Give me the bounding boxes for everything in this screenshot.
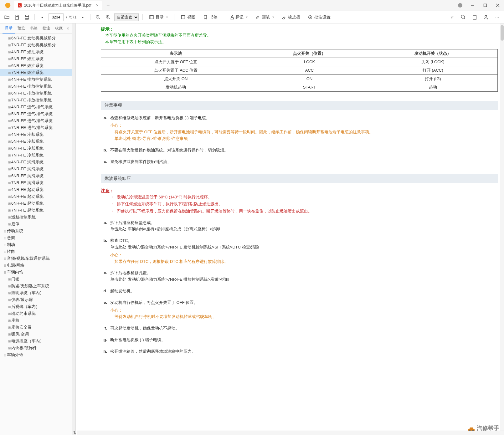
outline-item[interactable]: ⊞4NR-FE 燃油系统 bbox=[0, 49, 72, 55]
scrollbar[interactable] bbox=[500, 23, 504, 435]
outline-item[interactable]: ⊞4NR-FE 排放控制系统 bbox=[0, 76, 72, 83]
sidebar-tab-bookmark[interactable]: 书签 bbox=[28, 23, 40, 33]
outline-item[interactable]: ⊞座椅 bbox=[0, 317, 72, 324]
step-link[interactable]: 单击此处 发动机/混合动力系统>7NR-FE 排放控制系统>炭罐>拆卸 bbox=[110, 276, 498, 283]
outline-item[interactable]: ⊞音频/视频/车载通信系统 bbox=[0, 255, 72, 262]
outline-item[interactable]: ⊞座椅安全带 bbox=[0, 324, 72, 331]
expand-icon[interactable]: ⊞ bbox=[8, 78, 11, 81]
outline-tree[interactable]: ⊞6NR-FE 发动机机械部分⊞7NR-FE 发动机机械部分⊞4NR-FE 燃油… bbox=[0, 33, 72, 435]
expand-icon[interactable]: ⊞ bbox=[8, 333, 11, 336]
outline-item[interactable]: ⊞防盗/无钥匙上车系统 bbox=[0, 283, 72, 289]
page-number-input[interactable] bbox=[49, 13, 64, 21]
print-icon[interactable] bbox=[23, 13, 31, 21]
minimize-button[interactable] bbox=[466, 0, 479, 11]
expand-icon[interactable]: ⊞ bbox=[8, 44, 11, 47]
bookmark-button[interactable]: 书签 bbox=[200, 13, 220, 22]
outline-item[interactable]: ⊞车辆外饰 bbox=[0, 351, 72, 358]
expand-icon[interactable]: ⊞ bbox=[8, 64, 11, 68]
sidebar-tab-preview[interactable]: 预览 bbox=[15, 23, 28, 33]
outline-item[interactable]: ⊞6NR-FE 进气/排气系统 bbox=[0, 117, 72, 124]
outline-item[interactable]: ⊞门锁 bbox=[0, 276, 72, 283]
outline-item[interactable]: ⊞5NR-FE 冷却系统 bbox=[0, 138, 72, 145]
star-icon[interactable]: ☆ bbox=[448, 13, 456, 21]
expand-icon[interactable]: ⊞ bbox=[8, 181, 11, 185]
expand-icon[interactable]: ⊞ bbox=[3, 250, 7, 253]
outline-item[interactable]: ⊞5NR-FE 进气/排气系统 bbox=[0, 110, 72, 117]
outline-item[interactable]: ⊞7NR-FE 排放控制系统 bbox=[0, 97, 72, 104]
outline-item[interactable]: ⊞暖风/空调 bbox=[0, 331, 72, 338]
sidebar-close-icon[interactable]: × bbox=[67, 26, 69, 31]
view-button[interactable]: 视图 bbox=[178, 13, 198, 22]
close-button[interactable] bbox=[491, 0, 504, 11]
zoom-mode-select[interactable]: 自适应宽 bbox=[114, 13, 139, 21]
expand-icon[interactable]: ⊞ bbox=[8, 326, 11, 329]
expand-icon[interactable]: ⊞ bbox=[8, 147, 11, 150]
outline-item[interactable]: ⊞7NR-FE 发动机机械部分 bbox=[0, 42, 72, 49]
outline-item[interactable]: ⊞转向 bbox=[0, 248, 72, 255]
outline-item[interactable]: ⊞悬架 bbox=[0, 234, 72, 241]
clipboard-icon[interactable] bbox=[471, 13, 478, 21]
zoom-in-icon[interactable] bbox=[104, 13, 112, 21]
outline-item[interactable]: ⊞辅助约束系统 bbox=[0, 310, 72, 317]
expand-icon[interactable]: ⊟ bbox=[3, 271, 7, 274]
expand-icon[interactable]: ⊞ bbox=[8, 291, 11, 295]
search-icon[interactable] bbox=[460, 13, 467, 21]
expand-icon[interactable]: ⊞ bbox=[8, 119, 11, 123]
sidebar-tab-outline[interactable]: 目录 bbox=[3, 23, 15, 33]
expand-icon[interactable]: ⊞ bbox=[8, 99, 11, 102]
new-tab-button[interactable]: + bbox=[106, 2, 110, 9]
tab-close-icon[interactable]: × bbox=[96, 3, 99, 8]
expand-icon[interactable]: ⊞ bbox=[8, 126, 11, 130]
outline-item[interactable]: ⊞后视镜（车内） bbox=[0, 303, 72, 310]
caution-link[interactable]: 单击此处 概述>导言>维修说明>注意事项 bbox=[115, 136, 498, 142]
badge-icon[interactable] bbox=[454, 0, 466, 11]
outline-item[interactable]: ⊞7NR-FE 燃油系统 bbox=[0, 69, 72, 76]
expand-icon[interactable]: ⊞ bbox=[8, 188, 11, 192]
outline-item[interactable]: ⊞传动系统 bbox=[0, 228, 72, 234]
expand-icon[interactable]: ⊞ bbox=[8, 298, 11, 302]
expand-icon[interactable]: ⊞ bbox=[8, 71, 11, 74]
expand-icon[interactable]: ⊞ bbox=[8, 37, 11, 40]
outline-item[interactable]: ⊞电源/网络 bbox=[0, 262, 72, 269]
maximize-button[interactable] bbox=[479, 0, 491, 11]
outline-button[interactable]: 目录 bbox=[147, 13, 170, 22]
expand-icon[interactable]: ⊞ bbox=[3, 264, 7, 267]
expand-icon[interactable]: ⊞ bbox=[8, 312, 11, 315]
expand-icon[interactable]: ⊞ bbox=[8, 133, 11, 136]
expand-icon[interactable]: ⊞ bbox=[8, 112, 11, 116]
outline-item[interactable]: ⊞巡航控制系统 bbox=[0, 214, 72, 221]
sidebar-gutter[interactable]: ◂ bbox=[72, 23, 76, 435]
expand-icon[interactable]: ⊞ bbox=[3, 229, 7, 233]
user-icon[interactable] bbox=[482, 13, 490, 21]
expand-bottom-icon[interactable]: ▸ bbox=[74, 431, 76, 435]
expand-icon[interactable]: ⊞ bbox=[8, 223, 11, 226]
expand-icon[interactable]: ⊞ bbox=[8, 209, 11, 212]
expand-icon[interactable]: ⊞ bbox=[8, 154, 11, 157]
expand-icon[interactable]: ⊞ bbox=[8, 167, 11, 171]
outline-item[interactable]: ⊞7NR-FE 进气/排气系统 bbox=[0, 124, 72, 131]
expand-icon[interactable]: ⊞ bbox=[8, 216, 11, 219]
expand-icon[interactable]: ⊞ bbox=[8, 195, 11, 198]
mark-button[interactable]: A标记 bbox=[228, 13, 250, 22]
document-tab[interactable]: 人 2016年丰田威驰雅力士致炫维修手册.pdf × bbox=[14, 1, 102, 10]
expand-icon[interactable]: ⊞ bbox=[8, 202, 11, 205]
expand-icon[interactable]: ⊞ bbox=[3, 236, 7, 240]
prev-page-icon[interactable]: ◂ bbox=[39, 13, 46, 21]
outline-item[interactable]: ⊞仪表/显示屏 bbox=[0, 296, 72, 303]
expand-icon[interactable]: ⊞ bbox=[8, 85, 11, 88]
step-link[interactable]: 单击此处 车辆内饰>座椅>后排座椅总成（分离式座椅）>拆卸 bbox=[110, 226, 498, 233]
outline-item[interactable]: ⊞内饰板/装饰件 bbox=[0, 345, 72, 351]
expand-icon[interactable]: ⊞ bbox=[8, 105, 11, 109]
outline-item[interactable]: ⊞7NR-FE 冷却系统 bbox=[0, 152, 72, 159]
outline-item[interactable]: ⊞6NR-FE 燃油系统 bbox=[0, 62, 72, 69]
outline-item[interactable]: ⊞6NR-FE 排放控制系统 bbox=[0, 90, 72, 97]
expand-icon[interactable]: ⊞ bbox=[8, 319, 11, 322]
sidebar-tab-favorite[interactable]: 收藏 bbox=[53, 23, 65, 33]
outline-item[interactable]: ⊞4NR-FE 冷却系统 bbox=[0, 131, 72, 138]
outline-item[interactable]: ⊞启停 bbox=[0, 221, 72, 228]
next-page-icon[interactable]: ▸ bbox=[79, 13, 86, 21]
sidebar-tab-annotation[interactable]: 批注 bbox=[40, 23, 53, 33]
expand-icon[interactable]: ⊞ bbox=[8, 140, 11, 143]
outline-item[interactable]: ⊟车辆内饰 bbox=[0, 269, 72, 276]
step-link[interactable]: 单击此处 发动机/混合动力系统>7NR-FE 发动机控制系统>SFI 系统>DT… bbox=[110, 244, 498, 251]
